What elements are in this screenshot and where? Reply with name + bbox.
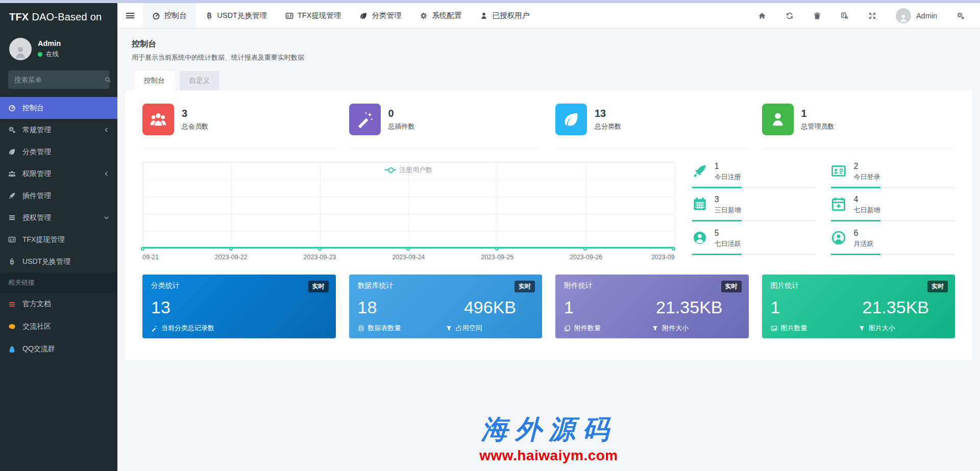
sidebar-user-name: Admin xyxy=(38,39,61,47)
stat-box-attachment: 附件统计 实时 121.35KB 附件数量 附件大小 xyxy=(555,275,749,338)
page-subtitle: 用于展示当前系统中的统计数据、统计报表及重要实时数据 xyxy=(132,53,966,62)
translate-icon[interactable] xyxy=(841,12,849,20)
avatar xyxy=(896,8,911,23)
stat-value: 3 xyxy=(182,108,208,119)
navbar-user-name: Admin xyxy=(916,12,937,20)
legend-marker-icon xyxy=(385,169,396,170)
search-icon[interactable] xyxy=(105,77,111,83)
mini-stat-today-login: 2今日登录 xyxy=(831,161,955,194)
navbar-tab-system-config[interactable]: 系统配置 xyxy=(410,3,471,28)
rocket-icon xyxy=(692,163,707,179)
chart-point xyxy=(495,247,499,251)
navbar-tab-dashboard[interactable]: 控制台 xyxy=(143,3,196,28)
chevron-down-icon xyxy=(104,215,109,220)
navbar-tab-tfx-withdraw[interactable]: TFX提现管理 xyxy=(276,3,350,28)
stat-label: 总分类数 xyxy=(595,122,621,131)
settings-gears-icon[interactable] xyxy=(957,12,965,20)
watermark: 海外源码 www.haiwaiym.com xyxy=(117,412,980,464)
chart-point xyxy=(318,247,322,251)
funnel-icon xyxy=(446,325,452,332)
stat-label: 总管理员数 xyxy=(801,122,835,131)
page-title: 控制台 xyxy=(132,39,966,49)
app-logo-rest: DAO-Based on xyxy=(32,11,102,23)
sidebar-item-authorization[interactable]: 授权管理 xyxy=(0,207,117,229)
chart-point xyxy=(406,247,410,251)
refresh-icon[interactable] xyxy=(786,12,794,20)
image-icon xyxy=(771,325,777,332)
fullscreen-icon[interactable] xyxy=(868,12,876,20)
realtime-badge: 实时 xyxy=(308,281,329,292)
trash-icon[interactable] xyxy=(813,12,821,20)
user-circle-icon xyxy=(692,230,707,245)
app-logo: TFX DAO-Based on xyxy=(0,3,117,31)
stat-box-database: 数据库统计 实时 18496KB 数据表数量 占用空间 xyxy=(349,275,543,338)
sidebar-menu: 控制台 常规管理 分类管理 权限管理 插件管理 授权管理 TFX提现管理 xyxy=(0,97,117,272)
sidebar-item-permission[interactable]: 权限管理 xyxy=(0,163,117,185)
stat-box-image: 图片统计 实时 121.35KB 图片数量 图片大小 xyxy=(762,275,955,338)
chart-and-ministats-row: 注册用户数 09-21 2023-09-22 2023-09-23 2023-0… xyxy=(142,161,955,261)
sidebar-item-dashboard[interactable]: 控制台 xyxy=(0,97,117,119)
leaf-icon xyxy=(359,12,368,20)
id-card-icon xyxy=(8,236,16,243)
database-icon xyxy=(358,325,364,332)
sidebar-item-category[interactable]: 分类管理 xyxy=(0,141,117,163)
chevron-left-icon xyxy=(104,171,109,177)
stat-card-admins: 1总管理员数 xyxy=(762,104,955,148)
x-tick: 09-21 xyxy=(142,254,159,261)
stat-boxes-row: 分类统计 实时 13 当前分类总记录数 数据库统计 实时 18496KB 数据表… xyxy=(142,275,955,338)
sidebar: TFX DAO-Based on Admin 在线 控制台 常规管理 分类管理 … xyxy=(0,3,117,471)
sidebar-item-general[interactable]: 常规管理 xyxy=(0,119,117,141)
person-icon xyxy=(898,13,909,23)
sidebar-link-qq[interactable]: QQ交流群 xyxy=(0,338,117,360)
navbar-user[interactable]: Admin xyxy=(896,8,937,23)
copy-icon xyxy=(564,325,571,332)
id-card-icon xyxy=(831,163,846,179)
docs-icon xyxy=(8,301,16,308)
navbar-tab-authorized-users[interactable]: 已授权用户 xyxy=(471,3,538,28)
sidebar-section-label: 相关链接 xyxy=(0,272,117,293)
qq-icon xyxy=(8,345,16,353)
mini-stat-3day-new: 3三日新增 xyxy=(692,194,816,227)
sidebar-item-plugin[interactable]: 插件管理 xyxy=(0,185,117,207)
comment-icon xyxy=(8,323,16,331)
mini-stat-bar xyxy=(692,220,816,221)
person-icon xyxy=(769,111,787,128)
mini-stat-today-register: 1今日注册 xyxy=(692,161,816,194)
stat-value: 0 xyxy=(388,108,415,119)
sidebar-item-tfx-withdraw[interactable]: TFX提现管理 xyxy=(0,229,117,251)
search-input[interactable] xyxy=(14,76,105,84)
top-navbar: 控制台 USDT兑换管理 TFX提现管理 分类管理 系统配置 已授权用户 Adm… xyxy=(117,3,980,29)
sidebar-link-community[interactable]: 交流社区 xyxy=(0,315,117,338)
chart-x-axis: 09-21 2023-09-22 2023-09-23 2023-09-24 2… xyxy=(142,252,675,261)
realtime-badge: 实时 xyxy=(927,281,948,292)
person-icon xyxy=(13,45,28,60)
home-icon[interactable] xyxy=(758,12,766,20)
magic-wand-icon xyxy=(356,111,374,128)
calendar-icon xyxy=(692,196,707,212)
mini-stat-bar xyxy=(692,254,816,255)
sidebar-item-usdt-exchange[interactable]: USDT兑换管理 xyxy=(0,251,117,272)
chart-point xyxy=(229,247,233,251)
stat-card-members: 3总会员数 xyxy=(142,104,336,148)
funnel-icon xyxy=(859,325,865,332)
stat-value: 1 xyxy=(801,108,835,119)
sidebar-links-section: 相关链接 官方文档 交流社区 QQ交流群 xyxy=(0,272,117,471)
navbar-tab-usdt-exchange[interactable]: USDT兑换管理 xyxy=(196,3,276,28)
leaf-icon xyxy=(8,148,16,156)
speedometer-icon xyxy=(8,104,16,112)
hamburger-menu-icon[interactable] xyxy=(117,3,143,28)
bitcoin-icon xyxy=(205,12,213,20)
x-tick: 2023-09 xyxy=(651,254,675,261)
realtime-badge: 实时 xyxy=(514,281,535,292)
navbar-tab-category[interactable]: 分类管理 xyxy=(350,3,410,28)
users-icon xyxy=(150,111,167,128)
tab-custom[interactable]: 自定义 xyxy=(180,71,220,90)
chart-legend[interactable]: 注册用户数 xyxy=(385,165,432,175)
mini-stat-month-active: 6月活跃 xyxy=(831,228,955,261)
sidebar-search xyxy=(8,70,109,89)
chart-plot-area: 注册用户数 xyxy=(142,162,675,249)
tab-dashboard[interactable]: 控制台 xyxy=(134,71,175,90)
stat-label: 总插件数 xyxy=(388,122,415,131)
chart-registered-users: 注册用户数 09-21 2023-09-22 2023-09-23 2023-0… xyxy=(142,161,675,261)
sidebar-link-docs[interactable]: 官方文档 xyxy=(0,293,117,315)
